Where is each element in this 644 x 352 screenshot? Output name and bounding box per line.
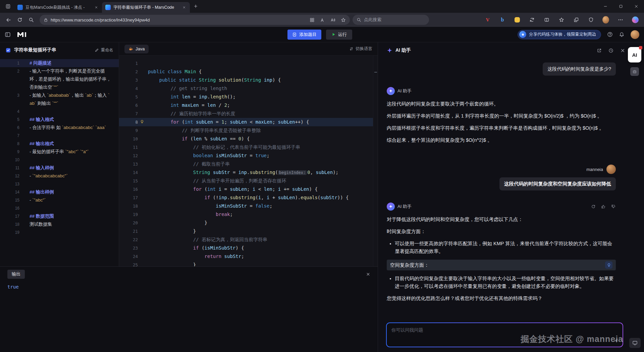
quick-search-box[interactable]: 点此搜索 (353, 15, 429, 25)
code-line[interactable]: 14 String subStr = inp.substring(beginIn… (119, 168, 378, 177)
output-close-icon[interactable] (366, 272, 370, 276)
new-tab-button[interactable] (191, 2, 200, 10)
code-line[interactable]: 17 if (!inp.substring(i, i + subLen).equ… (119, 193, 378, 202)
code-line[interactable]: 3 public static String solution(String i… (119, 76, 378, 84)
app-header: 添加题目 运行 分享代码练习体验，领限量定制周边 (0, 27, 644, 42)
bing-icon[interactable]: b (499, 16, 506, 23)
ai-paragraph: 对于降低这段代码的时间和空间复杂度，您可以考虑以下几点： (387, 216, 616, 223)
run-button[interactable]: 运行 (326, 30, 352, 40)
collections-icon[interactable] (573, 16, 580, 23)
notifications-bell-icon[interactable] (619, 32, 625, 37)
code-line[interactable]: 5 int len = inp.length(); (119, 93, 378, 101)
send-icon[interactable] (613, 338, 619, 344)
code-line[interactable]: 11 // 初始化标记，代表当前子串可能为最短循环子串 (119, 143, 378, 151)
extension-yellow-icon[interactable] (514, 16, 521, 23)
ai-bullet: 目前代码的空间复杂度主要取决于输入字符串的大小以及一些临时变量，空间使用相对较节… (395, 275, 616, 290)
more-menu-icon[interactable] (617, 16, 624, 23)
code-line[interactable]: 24 return subStr; (119, 252, 378, 261)
problem-line: 1# 问题描述 (0, 59, 119, 67)
code-line[interactable]: 13 // 截取当前子串 (119, 160, 378, 168)
code-line[interactable]: 8 for (int subLen = 1; subLen < maxLen; … (119, 118, 378, 126)
collapse-panel-icon[interactable] (5, 32, 11, 38)
marscode-logo[interactable] (17, 31, 27, 38)
code-line[interactable]: 15 // 从当前子串开始遍历，判断是否存在循环 (119, 177, 378, 185)
add-doc-icon (292, 32, 297, 37)
ai-avatar (387, 87, 395, 95)
favorites-bar-icon[interactable] (558, 16, 565, 23)
ai-extension-button[interactable]: AI (628, 47, 641, 62)
code-line[interactable]: 7 // 遍历初始字符串一半的长度 (119, 109, 378, 118)
help-icon[interactable] (607, 32, 613, 37)
chat-input[interactable] (387, 323, 623, 347)
code-line[interactable]: 23 if (isMinSubStr) { (119, 244, 378, 252)
browser-titlebar: 豆包MarsCode刷题挑战 - 沸点 - 字符串最短循环子串 - MarsCo… (0, 0, 644, 13)
tab2-close-icon[interactable] (181, 4, 187, 10)
thumbs-up-icon[interactable] (601, 204, 606, 209)
minimap-scrollbar[interactable] (373, 56, 378, 266)
code-line[interactable]: 20 } (119, 219, 378, 227)
ai-sparkle-icon (387, 48, 392, 53)
thumbs-down-icon[interactable] (611, 204, 616, 209)
ai-bullet: 可以使用一些更高效的字符串匹配算法，例如 KMP 算法，来替代当前逐个字符比较的… (395, 240, 616, 255)
close-window-button[interactable] (629, 0, 644, 13)
code-line[interactable]: 10 if (len % subLen == 0) { (119, 135, 378, 143)
output-tab[interactable]: 输出 (7, 270, 25, 279)
problem-line: 15- `"abc"` (0, 196, 119, 204)
back-icon[interactable] (3, 14, 14, 25)
code-line[interactable]: 18 isMinSubStr = false; (119, 202, 378, 210)
ai-assistant-panel: AI 助手 这段代码的时间复杂度是多少? AI 助手 这段代码的时间复杂度主要取… (378, 42, 644, 352)
history-icon[interactable] (608, 48, 613, 53)
browser-tab-2[interactable]: 字符串最短循环子串 - MarsCode (102, 2, 190, 13)
tab1-close-icon[interactable] (93, 4, 99, 10)
ai-paragraph: 内层循环根据子串长度和字符串长度，遍历字符串来判断子串是否构成循环，时间复杂度为… (387, 124, 616, 132)
apps-grid-icon[interactable] (310, 17, 315, 23)
insight-lightbulb-icon[interactable] (605, 261, 612, 269)
open-in-new-icon[interactable] (597, 48, 602, 53)
promo-banner[interactable]: 分享代码练习体验，领限量定制周边 (518, 30, 601, 39)
code-line[interactable]: 1 (119, 59, 378, 68)
rename-button[interactable]: 重命名 (95, 47, 114, 53)
favorite-star-icon[interactable] (341, 17, 346, 23)
read-aloud-icon[interactable] (330, 17, 335, 23)
language-chip[interactable]: Java (124, 45, 149, 53)
code-line[interactable]: 12 boolean isMinSubStr = true; (119, 151, 378, 160)
code-line[interactable]: 19 break; (119, 210, 378, 219)
code-editor[interactable]: 12public class Main {3 public static Str… (119, 56, 378, 266)
refresh-icon[interactable] (14, 14, 25, 25)
browser-tab-1[interactable]: 豆包MarsCode刷题挑战 - 沸点 - (14, 2, 102, 13)
url-text: https://www.marscode.cn/practice/ln433ne… (51, 17, 307, 23)
code-line[interactable]: 25 } (119, 261, 378, 266)
workspaces-icon[interactable] (3, 2, 13, 11)
code-line[interactable]: 4 // get string length (119, 84, 378, 93)
copilot-icon[interactable] (632, 16, 639, 23)
code-line[interactable]: 6 int maxLen = len / 2; (119, 101, 378, 109)
chat-history: 这段代码的时间复杂度是多少? AI 助手 这段代码的时间复杂度主要取决于两个嵌套… (378, 58, 644, 352)
extension-icon[interactable] (630, 67, 639, 76)
add-problem-button[interactable]: 添加题目 (287, 30, 321, 40)
switch-language-button[interactable]: 切换语言 (349, 46, 372, 52)
screencast-icon[interactable] (629, 338, 641, 348)
extension-v-icon[interactable]: V (484, 16, 491, 23)
maximize-button[interactable] (613, 0, 629, 13)
close-panel-icon[interactable] (620, 48, 625, 53)
browser-essentials-icon[interactable] (588, 16, 594, 23)
user-avatar[interactable] (631, 30, 639, 39)
sync-icon[interactable] (529, 16, 535, 23)
regenerate-icon[interactable] (591, 204, 596, 209)
code-line[interactable]: 2public class Main { (119, 68, 378, 76)
address-bar[interactable]: https://www.marscode.cn/practice/ln433ne… (40, 15, 350, 25)
code-line[interactable]: 9 // 判断字符串长度是否能被子串整除 (119, 126, 378, 135)
profile-avatar[interactable] (602, 16, 609, 23)
toolbar-search-icon[interactable] (25, 14, 37, 25)
split-screen-icon[interactable] (543, 16, 550, 23)
translate-icon[interactable] (320, 17, 325, 23)
code-line[interactable]: 21 } (119, 227, 378, 235)
code-lines: 12public class Main {3 public static Str… (119, 59, 378, 266)
lightbulb-icon[interactable] (140, 120, 144, 124)
minimize-button[interactable] (598, 0, 613, 13)
ai-paragraph: 这段代码的时间复杂度主要取决于两个嵌套的循环。 (387, 100, 616, 108)
code-line[interactable]: 16 for (int i = subLen; i < len; i += su… (119, 185, 378, 193)
problem-content[interactable]: 1# 问题描述2- 输入一个字符串，判断其是否完全循环，若是循环的，输出最短的循… (0, 58, 119, 266)
code-line[interactable]: 22 // 若标记为真，则返回当前字符串 (119, 235, 378, 244)
problem-panel: 字符串最短循环子串 重命名 1# 问题描述2- 输入一个字符串，判断其是否完全循… (0, 42, 119, 266)
